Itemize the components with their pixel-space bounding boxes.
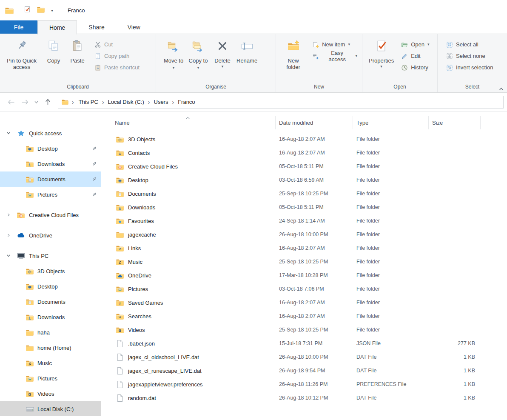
sidebar-item-local-disk-c[interactable]: Local Disk (C:) (0, 401, 101, 417)
cut-button[interactable]: Cut (91, 39, 116, 50)
up-icon[interactable] (41, 99, 54, 105)
breadcrumb-segment[interactable]: Local Disk (C:) (106, 99, 146, 105)
sidebar-item-onedrive[interactable]: OneDrive (0, 228, 101, 243)
minimize-ribbon-icon[interactable] (499, 87, 504, 91)
file-row[interactable]: Music25-Sep-18 10:25 PMFile folder (101, 255, 507, 269)
history-button[interactable]: History (398, 62, 431, 73)
file-name-cell: Creative Cloud Files (101, 163, 276, 170)
file-row[interactable]: Contacts16-Aug-18 2:07 AMFile folder (101, 146, 507, 160)
pin-to-quick-access-button[interactable]: Pin to Quick access (2, 34, 42, 71)
tab-view[interactable]: View (116, 20, 152, 34)
tab-share[interactable]: Share (77, 20, 116, 34)
open-button[interactable]: Open ▾ (398, 39, 432, 50)
file-type-cell: DAT File (353, 368, 429, 374)
properties-button[interactable]: Properties ▾ (367, 34, 396, 69)
copy-to-button[interactable]: Copy to ▾ (186, 34, 211, 71)
paste-shortcut-button[interactable]: Paste shortcut (91, 62, 142, 73)
easy-access-button[interactable]: Easy access ▾ (309, 50, 360, 62)
file-type-cell: File folder (353, 286, 429, 292)
sidebar-item-pictures[interactable]: Pictures (0, 371, 101, 386)
chevron-down-icon[interactable] (6, 254, 11, 258)
column-header-name[interactable]: Name (101, 116, 276, 129)
qat-dropdown-icon[interactable]: ▾ (51, 8, 53, 13)
column-header-date-modified[interactable]: Date modified (276, 116, 353, 129)
file-name-cell: 3D Objects (101, 136, 276, 143)
back-icon[interactable] (4, 100, 18, 105)
file-size-cell: 277 KB (429, 340, 481, 346)
file-row[interactable]: Pictures03-Oct-18 7:06 PMFile folder (101, 282, 507, 296)
rename-button[interactable]: Rename (234, 34, 259, 64)
select-none-button[interactable]: Select none (443, 50, 488, 62)
sidebar-item-desktop[interactable]: Desktop (0, 141, 101, 156)
breadcrumb-segment[interactable]: Franco (176, 99, 197, 105)
sidebar-item-music[interactable]: Music (0, 355, 101, 371)
chevron-right-icon[interactable] (6, 213, 11, 217)
file-row[interactable]: random.dat26-Aug-18 10:12 PMDAT File1 KB (101, 391, 507, 405)
file-row[interactable]: Desktop03-Oct-18 6:59 AMFile folder (101, 173, 507, 187)
edit-button[interactable]: Edit (398, 50, 423, 62)
file-row[interactable]: jagexappletviewer.preferences26-Aug-18 1… (101, 377, 507, 391)
address-bar[interactable]: › This PC›Local Disk (C:)›Users›Franco (58, 96, 504, 109)
delete-button[interactable]: Delete ▾ (211, 34, 234, 69)
file-row[interactable]: Links16-Aug-18 2:07 AMFile folder (101, 241, 507, 255)
sidebar-item-downloads[interactable]: Downloads (0, 309, 101, 325)
chevron-right-icon[interactable] (6, 233, 11, 237)
file-row[interactable]: OneDrive17-Mar-18 10:28 PMFile folder (101, 269, 507, 282)
folder-icon (116, 231, 124, 238)
sidebar-item-quick-access[interactable]: Quick access (0, 126, 101, 141)
window-folder-icon[interactable] (5, 7, 14, 14)
tab-file[interactable]: File (0, 20, 37, 34)
file-row[interactable]: Documents25-Sep-18 10:25 PMFile folder (101, 187, 507, 200)
group-label-organise: Organise (156, 83, 276, 92)
copy-button[interactable]: Copy (42, 34, 66, 64)
column-header-size[interactable]: Size (429, 116, 481, 129)
file-row[interactable]: Creative Cloud Files05-Oct-18 5:11 PMFil… (101, 160, 507, 173)
new-item-button[interactable]: New item ▾ (309, 39, 353, 50)
column-header-type[interactable]: Type (353, 116, 429, 129)
file-row[interactable]: .babel.json15-Jul-18 7:31 PMJSON File277… (101, 337, 507, 350)
forward-icon[interactable] (18, 100, 31, 105)
sidebar-item-home-home[interactable]: home (Home) (0, 340, 101, 355)
file-row[interactable]: jagex_cl_runescape_LIVE.dat26-Aug-18 9:5… (101, 364, 507, 377)
sidebar-item-downloads[interactable]: Downloads (0, 156, 101, 171)
recent-locations-icon[interactable] (31, 101, 41, 103)
file-row[interactable]: Favourites24-Sep-18 1:14 AMFile folder (101, 214, 507, 228)
sort-ascending-icon (185, 117, 190, 120)
breadcrumb-chevron-icon[interactable]: › (70, 99, 76, 105)
file-date-cell: 26-Aug-18 10:00 PM (276, 354, 353, 360)
breadcrumb-chevron-icon[interactable]: › (170, 99, 176, 105)
sidebar-item-3d-objects[interactable]: 3D Objects (0, 263, 101, 279)
file-row[interactable]: jagexcache26-Aug-18 10:00 PMFile folder (101, 228, 507, 241)
copy-path-button[interactable]: Copy path (91, 50, 132, 62)
sidebar-item-documents[interactable]: Documents (0, 171, 101, 187)
tab-home[interactable]: Home (37, 20, 77, 34)
breadcrumb-chevron-icon[interactable]: › (146, 99, 152, 105)
dropdown-caret-icon: ▾ (380, 65, 382, 69)
sidebar-item-pictures[interactable]: Pictures (0, 187, 101, 202)
file-row[interactable]: Videos25-Sep-18 10:25 PMFile folder (101, 323, 507, 337)
move-to-button[interactable]: Move to ▾ (161, 34, 186, 71)
sidebar-item-desktop[interactable]: Desktop (0, 279, 101, 294)
file-date-cell: 24-Sep-18 1:14 AM (276, 218, 353, 224)
chevron-down-icon[interactable] (6, 131, 11, 135)
file-row[interactable]: Saved Games16-Aug-18 2:07 AMFile folder (101, 296, 507, 309)
new-folder-button[interactable]: New folder (279, 34, 307, 71)
qat-properties-icon[interactable] (24, 6, 31, 14)
select-all-button[interactable]: Select all (443, 39, 481, 50)
breadcrumb-segment[interactable]: This PC (77, 99, 100, 105)
invert-selection-button[interactable]: Invert selection (443, 62, 496, 73)
sidebar-item-creative-cloud-files[interactable]: Creative Cloud Files (0, 207, 101, 223)
file-row[interactable]: 3D Objects16-Aug-18 2:07 AMFile folder (101, 132, 507, 146)
paste-button[interactable]: Paste (66, 34, 89, 64)
file-row[interactable]: jagex_cl_oldschool_LIVE.dat26-Aug-18 10:… (101, 350, 507, 364)
file-row[interactable]: Downloads05-Oct-18 5:11 PMFile folder (101, 200, 507, 214)
sidebar-item-haha[interactable]: haha (0, 325, 101, 340)
sidebar-item-documents[interactable]: Documents (0, 294, 101, 309)
sidebar-item-videos[interactable]: Videos (0, 386, 101, 401)
folder-music-icon (116, 259, 124, 265)
breadcrumb-chevron-icon[interactable]: › (100, 99, 106, 105)
sidebar-item-this-pc[interactable]: This PC (0, 248, 101, 263)
qat-folder-icon[interactable] (37, 6, 45, 14)
breadcrumb-segment[interactable]: Users (152, 99, 171, 105)
file-row[interactable]: Searches16-Aug-18 2:07 AMFile folder (101, 309, 507, 323)
